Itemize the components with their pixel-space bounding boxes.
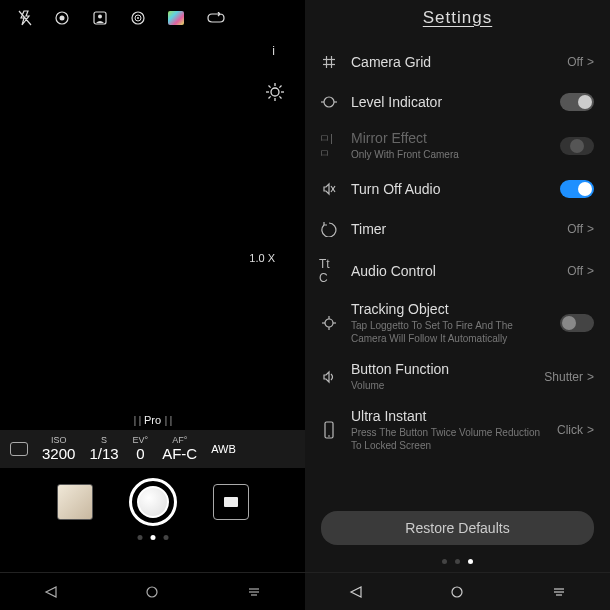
- settings-row-subtitle: Press The Button Twice Volume Reduction …: [351, 426, 545, 452]
- svg-point-36: [452, 587, 462, 597]
- settings-row-2[interactable]: ㅁ|ㅁMirror EffectOnly With Front Camera: [305, 122, 610, 169]
- settings-row-subtitle: Volume: [351, 379, 532, 392]
- ev-value: 0: [136, 446, 144, 463]
- settings-row-text: Ultra InstantPress The Button Twice Volu…: [351, 408, 545, 452]
- settings-row-title: Level Indicator: [351, 94, 548, 110]
- settings-row-title: Turn Off Audio: [351, 181, 548, 197]
- back-icon[interactable]: [348, 584, 364, 600]
- settings-panel: Settings Camera GridOff >Level Indicator…: [305, 0, 610, 610]
- svg-line-14: [269, 96, 271, 98]
- svg-line-15: [279, 86, 281, 88]
- camera-top-toolbar: [0, 0, 305, 26]
- svg-point-6: [137, 17, 139, 19]
- recents-icon[interactable]: [246, 584, 262, 600]
- shutter-control[interactable]: S 1/13: [89, 436, 118, 462]
- iso-value: 3200: [42, 446, 75, 463]
- settings-row-3[interactable]: Turn Off Audio: [305, 169, 610, 209]
- mirror-icon: ㅁ|ㅁ: [319, 131, 339, 161]
- shutter-row: [0, 468, 305, 536]
- settings-row-title: Ultra Instant: [351, 408, 545, 424]
- settings-row-value[interactable]: Shutter >: [544, 370, 594, 384]
- metering-icon[interactable]: [10, 442, 28, 456]
- settings-row-subtitle: Tap Loggetto To Set To Fire And The Came…: [351, 319, 548, 345]
- toggle-switch[interactable]: [560, 93, 594, 111]
- toggle-switch[interactable]: [560, 314, 594, 332]
- settings-list[interactable]: Camera GridOff >Level Indicatorㅁ|ㅁMirror…: [305, 42, 610, 505]
- flash-off-icon[interactable]: [18, 10, 32, 26]
- svg-point-29: [325, 319, 333, 327]
- settings-row-value[interactable]: Off >: [567, 55, 594, 69]
- switch-camera-icon[interactable]: [206, 12, 226, 24]
- shutter-value: 1/13: [89, 446, 118, 463]
- settings-row-text: Audio Control: [351, 263, 555, 279]
- settings-row-7[interactable]: Button FunctionVolumeShutter >: [305, 353, 610, 400]
- toggle-switch[interactable]: [560, 180, 594, 198]
- page-indicator-left: [137, 535, 168, 540]
- svg-point-1: [60, 16, 65, 21]
- video-mode-button[interactable]: [213, 484, 249, 520]
- home-icon[interactable]: [449, 584, 465, 600]
- svg-point-3: [98, 15, 102, 19]
- shutter-button[interactable]: [129, 478, 177, 526]
- iso-control[interactable]: ISO 3200: [42, 436, 75, 462]
- zoom-indicator[interactable]: 1.0 X: [249, 252, 275, 264]
- gallery-thumbnail[interactable]: [57, 484, 93, 520]
- settings-row-4[interactable]: TimerOff >: [305, 209, 610, 249]
- awb-value: AWB: [211, 443, 236, 455]
- af-control[interactable]: AF° AF-C: [162, 436, 197, 462]
- settings-row-text: Turn Off Audio: [351, 181, 548, 197]
- af-value: AF-C: [162, 446, 197, 463]
- settings-row-title: Camera Grid: [351, 54, 555, 70]
- home-icon[interactable]: [144, 584, 160, 600]
- portrait-icon[interactable]: [92, 10, 108, 26]
- timer-icon: [319, 221, 339, 237]
- track-icon: [319, 315, 339, 331]
- back-icon[interactable]: [43, 584, 59, 600]
- hdr-icon[interactable]: [54, 10, 70, 26]
- live-icon[interactable]: [130, 10, 146, 26]
- svg-point-24: [324, 97, 334, 107]
- settings-row-text: Camera Grid: [351, 54, 555, 70]
- phone-icon: [319, 421, 339, 439]
- mode-label[interactable]: Pro: [130, 414, 175, 426]
- settings-row-6[interactable]: Tracking ObjectTap Loggetto To Set To Fi…: [305, 293, 610, 353]
- settings-row-text: Level Indicator: [351, 94, 548, 110]
- svg-line-12: [269, 86, 271, 88]
- page-indicator-right: [305, 555, 610, 572]
- navbar-right: [305, 572, 610, 610]
- settings-row-1[interactable]: Level Indicator: [305, 82, 610, 122]
- settings-row-title: Mirror Effect: [351, 130, 548, 146]
- settings-row-0[interactable]: Camera GridOff >: [305, 42, 610, 82]
- volume-icon: [319, 369, 339, 385]
- restore-defaults-button[interactable]: Restore Defaults: [321, 511, 594, 545]
- svg-point-7: [271, 88, 279, 96]
- settings-row-title: Timer: [351, 221, 555, 237]
- settings-row-subtitle: Only With Front Camera: [351, 148, 548, 161]
- level-icon: [319, 94, 339, 110]
- settings-row-title: Button Function: [351, 361, 532, 377]
- settings-row-8[interactable]: Ultra InstantPress The Button Twice Volu…: [305, 400, 610, 460]
- navbar-left: [0, 572, 305, 610]
- settings-row-title: Audio Control: [351, 263, 555, 279]
- settings-row-5[interactable]: Tt CAudio ControlOff >: [305, 249, 610, 293]
- settings-row-value[interactable]: Click >: [557, 423, 594, 437]
- camera-viewfinder: i 1.0 X Pro ISO 3200 S 1/13 EV° 0 AF° AF…: [0, 0, 305, 610]
- settings-row-value[interactable]: Off >: [567, 264, 594, 278]
- mute-icon: [319, 181, 339, 197]
- settings-row-text: Button FunctionVolume: [351, 361, 532, 392]
- tt-icon: Tt C: [319, 257, 339, 285]
- settings-row-text: Mirror EffectOnly With Front Camera: [351, 130, 548, 161]
- ev-control[interactable]: EV° 0: [133, 436, 149, 462]
- settings-title: Settings: [305, 0, 610, 42]
- svg-point-16: [147, 587, 157, 597]
- awb-control[interactable]: AWB: [211, 443, 236, 455]
- info-icon[interactable]: i: [272, 44, 275, 58]
- settings-row-title: Tracking Object: [351, 301, 548, 317]
- settings-gear-icon[interactable]: [265, 82, 285, 106]
- settings-row-value[interactable]: Off >: [567, 222, 594, 236]
- toggle-switch[interactable]: [560, 137, 594, 155]
- settings-row-text: Timer: [351, 221, 555, 237]
- recents-icon[interactable]: [551, 584, 567, 600]
- filter-icon[interactable]: [168, 11, 184, 25]
- svg-line-13: [279, 96, 281, 98]
